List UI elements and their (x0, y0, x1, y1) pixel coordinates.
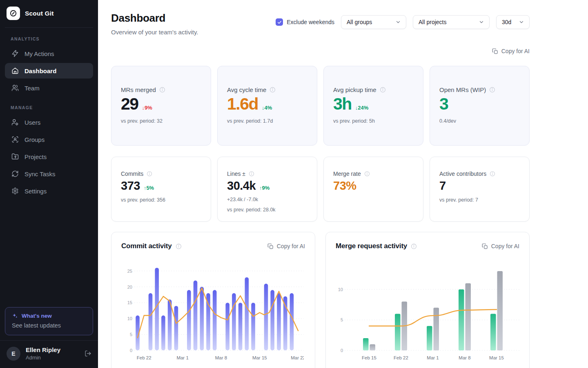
copy-for-ai-button[interactable]: Copy for AI (482, 243, 519, 249)
copy-icon (267, 243, 274, 249)
kpi-row-1: MRs merged 29↓9% vs prev. period: 32 Avg… (111, 66, 530, 146)
kpi-subtext: 0.4/dev (439, 118, 520, 124)
kpi-value: 29 (121, 94, 138, 114)
kpi-label: Avg pickup time (333, 86, 376, 93)
info-icon[interactable] (364, 171, 370, 177)
info-icon[interactable] (147, 171, 152, 177)
section-label-analytics: ANALYTICS (0, 28, 98, 45)
sparkles-icon (12, 313, 18, 319)
kpi-card-active-contributors: Active contributors 7 vs prev. period: 7 (430, 157, 530, 222)
kpi-value: 7 (439, 179, 446, 193)
chevron-down-icon (479, 19, 484, 25)
zap-icon (11, 50, 19, 57)
sidebar-item-users[interactable]: Users (5, 114, 93, 130)
kpi-label: Commits (121, 171, 143, 177)
info-icon[interactable] (176, 243, 182, 249)
svg-text:0: 0 (341, 348, 343, 353)
kpi-value: 30.4k (227, 179, 256, 193)
svg-text:25: 25 (127, 269, 132, 274)
kpi-label: Open MRs (WIP) (439, 86, 486, 93)
logout-button[interactable] (85, 350, 91, 357)
user-name: Ellen Ripley (26, 346, 60, 353)
whats-new-card[interactable]: What's new See latest updates (5, 307, 93, 335)
chart-title: Merge request activity (336, 242, 407, 250)
info-icon[interactable] (490, 171, 495, 177)
sidebar-item-label: Team (24, 85, 40, 92)
info-icon[interactable] (249, 171, 254, 177)
svg-text:Mar 1: Mar 1 (427, 355, 439, 360)
svg-text:15: 15 (127, 300, 132, 305)
chart-title: Commit activity (121, 242, 172, 250)
user-row: E Ellen Ripley Admin (0, 340, 98, 368)
groups-filter-select[interactable]: All groups (341, 15, 406, 29)
kpi-value: 73% (333, 179, 356, 193)
sidebar-item-label: Users (24, 119, 40, 126)
sidebar: Scout Git ANALYTICS My Actions Dashboard… (0, 0, 98, 368)
kpi-subtext: vs prev. period: 32 (121, 118, 201, 124)
info-icon[interactable] (270, 87, 276, 93)
svg-text:Mar 22: Mar 22 (291, 355, 304, 360)
users-icon (11, 84, 19, 92)
copy-for-ai-button[interactable]: Copy for AI (267, 243, 305, 249)
home-icon (11, 67, 19, 74)
main-area: Dashboard Overview of your team's activi… (98, 0, 588, 368)
group-scan-icon (11, 136, 19, 143)
page-subtitle: Overview of your team's activity. (111, 29, 198, 36)
kpi-label: Merge rate (333, 171, 361, 177)
kpi-value: 373 (121, 179, 140, 193)
kpi-card-avg-pickup-time: Avg pickup time 3h↓24% vs prev. period: … (323, 66, 423, 146)
kpi-value: 3h (333, 94, 352, 114)
kpi-delta: ↑5% (144, 185, 154, 191)
svg-text:Mar 15: Mar 15 (489, 355, 504, 360)
sidebar-item-label: Settings (24, 188, 47, 195)
kpi-card-commits: Commits 373↑5% vs prev. period: 356 (111, 157, 211, 222)
copy-icon (482, 243, 488, 249)
chevron-down-icon (395, 19, 401, 25)
sidebar-item-my-actions[interactable]: My Actions (5, 46, 93, 61)
kpi-subtext: vs prev. period: 5h (333, 118, 414, 124)
merge-request-activity-card: Merge request activity Copy for AI 0510F… (325, 232, 530, 368)
whats-new-subtitle: See latest updates (12, 322, 86, 329)
kpi-value: 3 (439, 94, 448, 114)
svg-text:Feb 22: Feb 22 (137, 355, 151, 360)
info-icon[interactable] (159, 87, 165, 93)
svg-text:10: 10 (338, 287, 343, 292)
svg-text:Mar 8: Mar 8 (215, 355, 227, 360)
whats-new-title: What's new (22, 313, 52, 319)
commit-activity-card: Commit activity Copy for AI 0510152025Fe… (111, 232, 315, 368)
sidebar-item-sync-tasks[interactable]: Sync Tasks (5, 166, 93, 182)
user-gear-icon (11, 119, 19, 126)
kpi-subtext: vs prev. period: 7 (439, 197, 520, 203)
kpi-subtext-2: +23.4k / -7.0k (227, 197, 307, 202)
chevron-down-icon (519, 19, 524, 25)
folder-git-icon (11, 153, 19, 160)
sidebar-item-settings[interactable]: Settings (5, 183, 93, 199)
sidebar-item-team[interactable]: Team (5, 80, 93, 96)
svg-text:5: 5 (341, 317, 343, 322)
copy-for-ai-button[interactable]: Copy for AI (492, 48, 530, 54)
date-range-select[interactable]: 30d (496, 15, 530, 29)
sidebar-item-label: Sync Tasks (24, 171, 56, 177)
info-icon[interactable] (411, 243, 417, 249)
logout-icon (85, 350, 91, 357)
user-role: Admin (26, 355, 60, 361)
svg-text:20: 20 (127, 285, 132, 289)
exclude-weekends-checkbox[interactable]: Exclude weekends (276, 18, 334, 26)
info-icon[interactable] (489, 87, 495, 93)
sidebar-item-projects[interactable]: Projects (5, 149, 93, 164)
kpi-subtext: vs prev. period: 356 (121, 197, 201, 203)
kpi-delta: ↓24% (355, 105, 369, 111)
checkbox-checked-icon (276, 18, 283, 26)
kpi-label: Avg cycle time (227, 86, 266, 93)
svg-text:Mar 15: Mar 15 (252, 355, 267, 360)
sidebar-item-dashboard[interactable]: Dashboard (5, 63, 93, 79)
info-icon[interactable] (380, 87, 386, 93)
scout-git-logo-icon (7, 7, 20, 20)
sidebar-item-groups[interactable]: Groups (5, 132, 93, 147)
projects-filter-select[interactable]: All projects (413, 15, 490, 29)
kpi-delta: ↑9% (259, 185, 270, 191)
svg-text:0: 0 (130, 348, 132, 353)
sync-icon (11, 170, 19, 177)
kpi-subtext: vs prev. period: 1.7d (227, 118, 307, 124)
page-title: Dashboard (111, 12, 198, 25)
